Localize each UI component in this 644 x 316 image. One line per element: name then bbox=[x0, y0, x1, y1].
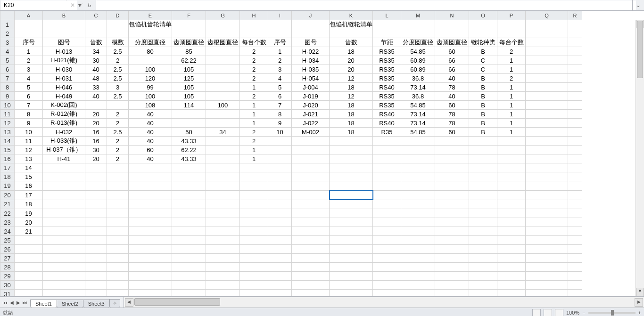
cell-F21[interactable] bbox=[172, 200, 206, 209]
cell-F8[interactable]: 105 bbox=[172, 83, 206, 92]
cell-P26[interactable] bbox=[497, 245, 526, 254]
cell-C29[interactable] bbox=[85, 272, 107, 281]
tab-first-icon[interactable]: ⏮ bbox=[2, 300, 8, 305]
cell-P12[interactable]: 1 bbox=[497, 119, 526, 128]
cell-O16[interactable] bbox=[469, 154, 497, 163]
cell-R30[interactable] bbox=[568, 281, 582, 290]
cell-A18[interactable]: 15 bbox=[15, 172, 43, 181]
cell-R3[interactable] bbox=[568, 38, 582, 47]
row-header-28[interactable]: 28 bbox=[0, 263, 15, 272]
cell-G26[interactable] bbox=[206, 245, 240, 254]
cell-G14[interactable] bbox=[206, 137, 240, 146]
cell-J20[interactable] bbox=[292, 190, 330, 200]
cell-R11[interactable] bbox=[568, 110, 582, 119]
cell-B24[interactable] bbox=[43, 227, 85, 236]
cell-I18[interactable] bbox=[268, 172, 292, 181]
cell-M15[interactable] bbox=[401, 146, 435, 154]
cell-M11[interactable]: 73.14 bbox=[401, 110, 435, 119]
row-header-5[interactable]: 5 bbox=[0, 56, 15, 65]
cell-Q7[interactable] bbox=[526, 74, 568, 83]
cell-E20[interactable] bbox=[129, 190, 172, 200]
scroll-right-icon[interactable]: ▶ bbox=[635, 298, 643, 307]
row-header-3[interactable]: 3 bbox=[0, 38, 15, 47]
cell-N1[interactable] bbox=[435, 20, 469, 29]
cell-N9[interactable]: 40 bbox=[435, 92, 469, 101]
cell-H28[interactable] bbox=[240, 263, 268, 272]
cell-D9[interactable]: 2.5 bbox=[107, 92, 129, 101]
cell-O8[interactable]: B bbox=[469, 83, 497, 92]
cell-J26[interactable] bbox=[292, 245, 330, 254]
cell-R19[interactable] bbox=[568, 181, 582, 191]
cell-Q22[interactable] bbox=[526, 209, 568, 218]
cell-F13[interactable]: 50 bbox=[172, 128, 206, 137]
cell-C13[interactable]: 16 bbox=[85, 128, 107, 137]
cell-F6[interactable]: 105 bbox=[172, 65, 206, 74]
cell-J18[interactable] bbox=[292, 172, 330, 181]
cell-L30[interactable] bbox=[373, 281, 401, 290]
cell-H9[interactable]: 2 bbox=[240, 92, 268, 101]
cell-C30[interactable] bbox=[85, 281, 107, 290]
cell-A20[interactable]: 17 bbox=[15, 190, 43, 200]
cell-A8[interactable]: 5 bbox=[15, 83, 43, 92]
cell-M21[interactable] bbox=[401, 200, 435, 209]
cell-H10[interactable]: 1 bbox=[240, 101, 268, 110]
zoom-slider[interactable] bbox=[588, 312, 636, 314]
cell-L7[interactable]: RS35 bbox=[373, 74, 401, 83]
cell-M6[interactable]: 60.89 bbox=[401, 65, 435, 74]
cell-H8[interactable]: 1 bbox=[240, 83, 268, 92]
cell-D7[interactable]: 2.5 bbox=[107, 74, 129, 83]
name-box-input[interactable] bbox=[1, 0, 77, 10]
cell-E11[interactable]: 40 bbox=[129, 110, 172, 119]
cell-I26[interactable] bbox=[268, 245, 292, 254]
cell-H19[interactable] bbox=[240, 181, 268, 191]
cell-Q17[interactable] bbox=[526, 163, 568, 172]
cell-N27[interactable] bbox=[435, 254, 469, 263]
cell-I24[interactable] bbox=[268, 227, 292, 236]
cell-B29[interactable] bbox=[43, 272, 85, 281]
cell-F19[interactable] bbox=[172, 181, 206, 191]
cell-K23[interactable] bbox=[330, 218, 373, 227]
cell-Q4[interactable] bbox=[526, 47, 568, 56]
horizontal-scroll-thumb[interactable] bbox=[134, 298, 220, 306]
cell-R31[interactable] bbox=[568, 290, 582, 297]
cell-R9[interactable] bbox=[568, 92, 582, 101]
cell-N6[interactable]: 66 bbox=[435, 65, 469, 74]
cell-P15[interactable] bbox=[497, 146, 526, 154]
cell-L4[interactable]: RS35 bbox=[373, 47, 401, 56]
cell-M28[interactable] bbox=[401, 263, 435, 272]
cell-Q26[interactable] bbox=[526, 245, 568, 254]
cell-R18[interactable] bbox=[568, 172, 582, 181]
cell-M10[interactable]: 54.85 bbox=[401, 101, 435, 110]
cell-C6[interactable]: 40 bbox=[85, 65, 107, 74]
cell-A12[interactable]: 9 bbox=[15, 119, 43, 128]
cell-J14[interactable] bbox=[292, 137, 330, 146]
cell-B20[interactable] bbox=[43, 190, 85, 200]
cell-K31[interactable] bbox=[330, 290, 373, 297]
cell-D18[interactable] bbox=[107, 172, 129, 181]
row-header-26[interactable]: 26 bbox=[0, 245, 15, 254]
cell-M24[interactable] bbox=[401, 227, 435, 236]
cell-Q2[interactable] bbox=[526, 29, 568, 38]
cell-Q9[interactable] bbox=[526, 92, 568, 101]
cell-I3[interactable]: 序号 bbox=[268, 38, 292, 47]
cell-F3[interactable]: 齿顶圆直径 bbox=[172, 38, 206, 47]
cell-D17[interactable] bbox=[107, 163, 129, 172]
col-header-P[interactable]: P bbox=[497, 11, 526, 20]
cell-I20[interactable] bbox=[268, 190, 292, 200]
cell-K5[interactable]: 20 bbox=[330, 56, 373, 65]
cell-Q24[interactable] bbox=[526, 227, 568, 236]
cell-E8[interactable]: 99 bbox=[129, 83, 172, 92]
cell-B2[interactable] bbox=[43, 29, 85, 38]
cell-L16[interactable] bbox=[373, 154, 401, 163]
cell-N26[interactable] bbox=[435, 245, 469, 254]
cell-H24[interactable] bbox=[240, 227, 268, 236]
cell-J28[interactable] bbox=[292, 263, 330, 272]
cell-R13[interactable] bbox=[568, 128, 582, 137]
cell-D8[interactable]: 3 bbox=[107, 83, 129, 92]
cell-B22[interactable] bbox=[43, 209, 85, 218]
col-header-L[interactable]: L bbox=[373, 11, 401, 20]
cell-O12[interactable]: B bbox=[469, 119, 497, 128]
cell-M30[interactable] bbox=[401, 281, 435, 290]
cell-L2[interactable] bbox=[373, 29, 401, 38]
cell-E9[interactable]: 100 bbox=[129, 92, 172, 101]
